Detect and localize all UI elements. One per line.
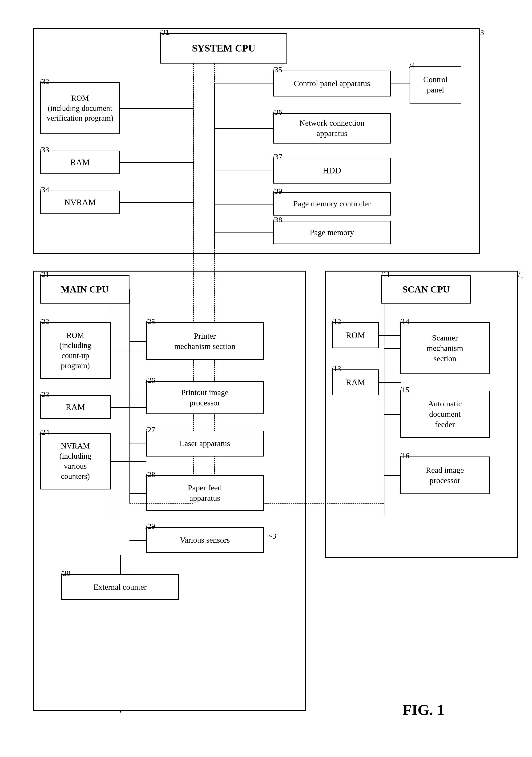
ref-25: /25 — [145, 317, 155, 326]
ref-29: /29 — [145, 522, 155, 530]
laser-apparatus-box: Laser apparatus — [146, 431, 264, 457]
line-paperfeed-to-bus — [130, 493, 146, 494]
ref-14: /14 — [400, 317, 409, 326]
line-ram-scan — [379, 382, 401, 383]
line-printout-to-bus — [130, 398, 146, 398]
line-main-outer-down — [120, 710, 121, 712]
line-bus-sys-left — [194, 85, 194, 250]
rom-system-box: ROM (including document verification pro… — [40, 82, 120, 134]
main-cpu-box: MAIN CPU — [40, 275, 130, 304]
line-laser-to-bus — [130, 443, 146, 444]
ref-1: /1 — [518, 271, 524, 279]
ref-38: /38 — [272, 216, 282, 224]
page-memory-controller-box: Page memory controller — [273, 192, 391, 216]
ref-35: /35 — [272, 65, 282, 74]
rom-scan-box: ROM — [332, 322, 379, 348]
ram-main-box: RAM — [40, 395, 110, 419]
ref-28: /28 — [145, 470, 155, 479]
line-scanner-scan — [384, 348, 401, 349]
paper-feed-box: Paper feed apparatus — [146, 475, 264, 511]
ref-27: /27 — [145, 425, 155, 434]
line-maincpu-v — [130, 289, 130, 503]
line-printer-to-bus — [130, 341, 146, 342]
line-to-external — [120, 555, 121, 575]
ram-system-box: RAM — [40, 151, 120, 174]
ref-12: /12 — [331, 317, 341, 326]
auto-doc-feeder-box: Automatic document feeder — [400, 391, 490, 438]
network-connection-box: Network connection apparatus — [273, 113, 391, 143]
line-pm-to-bus — [214, 232, 273, 233]
nvram-main-box: NVRAM (including various counters) — [40, 433, 110, 490]
line-bus-sys-right — [214, 83, 215, 248]
ref-13: /13 — [331, 364, 341, 373]
ref-11: /11 — [381, 270, 390, 279]
system-cpu-box: SYSTEM CPU — [160, 33, 287, 64]
diagram: 3 SYSTEM CPU /31 ROM (including document… — [14, 14, 518, 743]
ref-22: /22 — [40, 317, 49, 326]
external-counter-box: External counter — [61, 574, 179, 600]
ref-34: /34 — [40, 185, 49, 194]
ref-33: /33 — [40, 145, 49, 154]
line-hdd-to-bus — [214, 170, 273, 171]
rom-main-box: ROM (including count-up program) — [40, 322, 110, 379]
line-nvram-sys — [120, 202, 194, 203]
line-nvram-main — [110, 461, 146, 462]
ref-26: /26 — [145, 376, 155, 385]
hdd-box: HDD — [273, 158, 391, 184]
printer-mechanism-box: Printer mechanism section — [146, 322, 264, 360]
control-panel-box: Control panel — [410, 66, 461, 104]
nvram-system-box: NVRAM — [40, 191, 120, 214]
line-bus-main-left — [110, 304, 111, 515]
line-rom-sys — [120, 108, 194, 109]
line-ram-sys — [120, 162, 194, 163]
line-rom-main — [110, 350, 146, 351]
ref-24: /24 — [40, 428, 49, 437]
rom-system-label: ROM (including document verification pro… — [47, 93, 113, 124]
ref-23: /23 — [40, 390, 49, 399]
ref-36: /36 — [272, 108, 282, 116]
line-pmc-to-bus — [214, 204, 273, 204]
line-maincpu-to-bus — [130, 503, 193, 503]
page-memory-box: Page memory — [273, 221, 391, 244]
line-cpa-to-bus — [214, 83, 273, 84]
ram-scan-box: RAM — [332, 370, 379, 395]
ref-3-top: 3 — [480, 28, 484, 37]
ref-39: /39 — [272, 187, 282, 196]
line-syscpu-to-bus — [203, 64, 204, 85]
line-sensors-to-bus — [130, 540, 146, 541]
control-panel-apparatus-box: Control panel apparatus — [273, 71, 391, 97]
line-nc-to-bus — [214, 128, 273, 129]
ref-3-bottom: ~3 — [268, 532, 276, 540]
ref-21: /21 — [40, 270, 49, 279]
ref-30: /30 — [61, 569, 70, 578]
ref-15: /15 — [400, 385, 409, 394]
various-sensors-box: Various sensors — [146, 527, 264, 553]
ref-4: /4 — [409, 61, 415, 70]
fig-label: FIG. 1 — [402, 701, 444, 719]
line-rom-scan — [379, 335, 401, 336]
ref-37: /37 — [272, 152, 282, 161]
line-cp-to-cpanel — [391, 83, 410, 84]
line-ext-h — [120, 575, 132, 575]
read-image-box: Read image processor — [400, 457, 490, 494]
ref-32: /32 — [40, 77, 49, 86]
ref-31: /31 — [160, 28, 169, 37]
line-adf-scan — [384, 414, 401, 415]
printout-image-box: Printout image processor — [146, 381, 264, 414]
scan-cpu-box: SCAN CPU — [381, 275, 471, 304]
line-ri-scan — [384, 475, 401, 476]
scanner-mechanism-box: Scanner mechanism section — [400, 322, 490, 374]
line-ram-main — [110, 407, 146, 408]
ref-16: /16 — [400, 451, 409, 460]
